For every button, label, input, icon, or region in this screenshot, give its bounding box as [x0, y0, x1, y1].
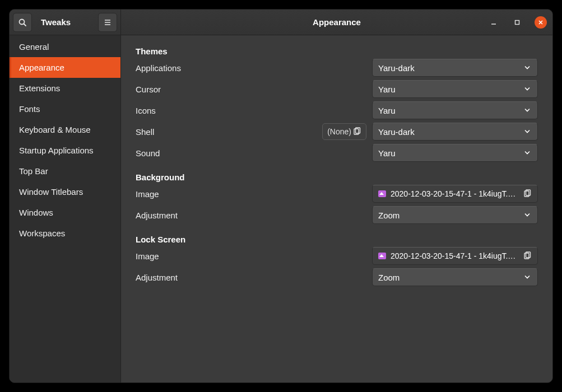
sidebar-item-window-titlebars[interactable]: Window Titlebars: [10, 181, 120, 202]
themes-applications-row: Applications Yaru-dark: [136, 57, 538, 78]
close-button[interactable]: [535, 16, 547, 29]
shell-value: Yaru-dark: [378, 127, 415, 137]
lockscreen-image-picker[interactable]: 2020-12-03-20-15-47-1 - 1k4iugT.png: [372, 247, 538, 265]
lockscreen-image-value: 2020-12-03-20-15-47-1 - 1k4iugT.png: [391, 251, 518, 260]
image-icon: [378, 253, 386, 259]
titlebar-right: Appearance: [121, 10, 552, 35]
lockscreen-image-row: Image 2020-12-03-20-15-47-1 - 1k4iugT.pn…: [136, 245, 538, 267]
chevron-down-icon: [524, 211, 531, 220]
sidebar-item-windows[interactable]: Windows: [10, 202, 120, 223]
minimize-button[interactable]: [487, 16, 500, 29]
applications-value: Yaru-dark: [378, 63, 415, 73]
background-image-row: Image 2020-12-03-20-15-47-1 - 1k4iugT.pn…: [136, 183, 538, 204]
shell-aux-label: (None): [327, 127, 351, 136]
background-adjustment-dropdown[interactable]: Zoom: [372, 206, 538, 224]
svg-line-1: [24, 24, 26, 26]
themes-shell-row: Shell (None) Yaru-dark: [136, 121, 538, 142]
minimize-icon: [491, 20, 496, 25]
sound-dropdown[interactable]: Yaru: [372, 144, 538, 162]
cursor-label: Cursor: [136, 85, 366, 94]
chevron-down-icon: [524, 148, 531, 158]
background-image-value: 2020-12-03-20-15-47-1 - 1k4iugT.png: [391, 189, 518, 198]
content-area: Themes Applications Yaru-dark Cursor Yar…: [121, 35, 552, 382]
image-icon: [378, 190, 386, 197]
shell-dropdown[interactable]: Yaru-dark: [372, 123, 538, 141]
shell-label: Shell: [136, 127, 317, 137]
icons-label: Icons: [136, 106, 366, 115]
sidebar-item-general[interactable]: General: [10, 36, 120, 57]
svg-rect-6: [515, 21, 519, 25]
hamburger-button[interactable]: [98, 13, 117, 32]
search-icon: [18, 18, 27, 27]
chevron-down-icon: [524, 85, 531, 94]
chevron-down-icon: [524, 273, 531, 282]
background-image-label: Image: [136, 189, 366, 199]
sidebar: General Appearance Extensions Fonts Keyb…: [10, 35, 121, 382]
close-icon: [538, 20, 544, 25]
applications-label: Applications: [136, 63, 366, 73]
sidebar-item-extensions[interactable]: Extensions: [10, 78, 120, 99]
applications-dropdown[interactable]: Yaru-dark: [372, 59, 538, 77]
background-image-picker[interactable]: 2020-12-03-20-15-47-1 - 1k4iugT.png: [372, 185, 538, 203]
body: General Appearance Extensions Fonts Keyb…: [10, 35, 552, 382]
copy-icon: [523, 251, 532, 260]
search-button[interactable]: [13, 13, 32, 32]
background-adjustment-value: Zoom: [378, 211, 400, 220]
tweaks-window: Tweaks Appearance General Appea: [9, 9, 553, 383]
menu-icon: [103, 18, 112, 27]
window-controls: [487, 10, 547, 35]
icons-dropdown[interactable]: Yaru: [372, 101, 538, 119]
lockscreen-image-label: Image: [136, 251, 366, 261]
themes-sound-row: Sound Yaru: [136, 142, 538, 164]
lockscreen-adjustment-value: Zoom: [378, 273, 400, 282]
background-section-title: Background: [136, 172, 538, 182]
app-title: Tweaks: [35, 17, 95, 27]
chevron-down-icon: [524, 106, 531, 115]
cursor-dropdown[interactable]: Yaru: [372, 80, 538, 98]
icons-value: Yaru: [378, 106, 396, 115]
sidebar-item-appearance[interactable]: Appearance: [10, 57, 120, 78]
background-adjustment-row: Adjustment Zoom: [136, 204, 538, 226]
background-adjustment-label: Adjustment: [136, 211, 366, 220]
lockscreen-adjustment-label: Adjustment: [136, 273, 366, 282]
cursor-value: Yaru: [378, 85, 396, 94]
titlebar-left: Tweaks: [10, 10, 121, 35]
lockscreen-adjustment-row: Adjustment Zoom: [136, 267, 538, 288]
chevron-down-icon: [524, 63, 531, 73]
copy-icon: [523, 189, 532, 198]
themes-section-title: Themes: [136, 46, 538, 56]
titlebar: Tweaks Appearance: [10, 10, 552, 35]
shell-aux-button[interactable]: (None): [322, 123, 366, 140]
themes-cursor-row: Cursor Yaru: [136, 78, 538, 100]
chevron-down-icon: [524, 127, 531, 137]
lockscreen-section-title: Lock Screen: [136, 235, 538, 244]
lockscreen-adjustment-dropdown[interactable]: Zoom: [372, 268, 538, 286]
sound-value: Yaru: [378, 148, 396, 158]
sound-label: Sound: [136, 148, 366, 158]
sidebar-item-keyboard-mouse[interactable]: Keyboard & Mouse: [10, 119, 120, 140]
sidebar-item-startup-applications[interactable]: Startup Applications: [10, 140, 120, 161]
maximize-button[interactable]: [511, 16, 523, 29]
copy-icon: [352, 127, 361, 136]
themes-icons-row: Icons Yaru: [136, 100, 538, 121]
maximize-icon: [514, 20, 520, 25]
sidebar-item-top-bar[interactable]: Top Bar: [10, 161, 120, 181]
sidebar-item-fonts[interactable]: Fonts: [10, 99, 120, 119]
sidebar-item-workspaces[interactable]: Workspaces: [10, 223, 120, 244]
